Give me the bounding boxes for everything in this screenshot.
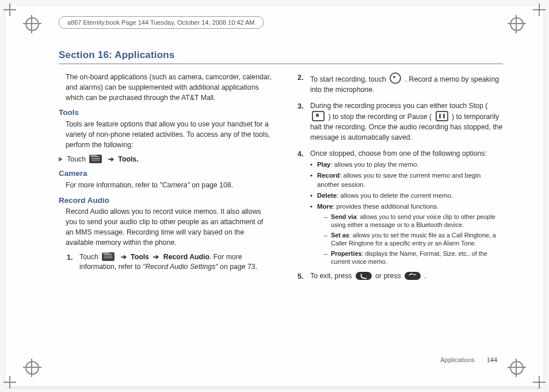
step1-record: Record Audio bbox=[163, 253, 209, 261]
body-columns: The on-board applications (such as camer… bbox=[59, 72, 503, 346]
tools-path: Touch Menu ➔ Tools. bbox=[59, 155, 272, 165]
crop-mark bbox=[533, 376, 546, 389]
opt-play-label: Play bbox=[317, 161, 330, 168]
step1-ref: "Record Audio Settings" bbox=[143, 263, 218, 271]
pause-button-icon bbox=[436, 111, 448, 121]
opt-delete-desc: : allows you to delete the current memo. bbox=[337, 192, 453, 199]
registration-mark bbox=[510, 361, 524, 375]
stop-button-icon bbox=[312, 111, 325, 121]
arrow-icon: ➔ bbox=[121, 253, 127, 261]
tools-target: Tools. bbox=[118, 155, 138, 163]
step4-lead: Once stopped, choose from one of the fol… bbox=[310, 149, 487, 157]
page-footer: Applications 144 bbox=[440, 356, 497, 363]
heading-camera: Camera bbox=[59, 168, 272, 179]
step-number: 2. bbox=[298, 72, 303, 83]
subopt-sendvia: Send via: allows you to send your voice … bbox=[324, 213, 503, 229]
opt-delete-label: Delete bbox=[317, 192, 337, 199]
more-subopts: Send via: allows you to send your voice … bbox=[324, 213, 503, 266]
step-3: 3. During the recording process you can … bbox=[298, 101, 503, 143]
running-header: a867 Eternity.book Page 144 Tuesday, Oct… bbox=[59, 16, 264, 29]
section-title: Section 16: Applications bbox=[59, 49, 175, 61]
opt-record-desc: : allows you to save the current memo an… bbox=[317, 172, 481, 187]
step-2: 2. To start recording, touch . Record a … bbox=[298, 72, 503, 95]
record-body: Record Audio allows you to record voice … bbox=[66, 207, 272, 248]
intro-paragraph: The on-board applications (such as camer… bbox=[66, 72, 272, 103]
step3-mid: ) to stop the recording or Pause ( bbox=[328, 113, 433, 121]
opt-play-desc: : allows you to play the memo. bbox=[330, 161, 418, 168]
registration-mark bbox=[510, 17, 524, 31]
step1-tools: Tools bbox=[131, 253, 149, 261]
page-number: 144 bbox=[487, 356, 497, 363]
subopt-setas-label: Set as bbox=[331, 232, 349, 239]
subopt-properties-label: Properties bbox=[331, 250, 361, 257]
footer-section: Applications bbox=[440, 356, 474, 363]
step-number: 4. bbox=[298, 149, 303, 159]
registration-mark bbox=[25, 361, 39, 375]
tools-body: Tools are feature options that allow you… bbox=[66, 120, 272, 150]
arrow-icon: ➔ bbox=[153, 253, 159, 261]
crop-mark bbox=[3, 376, 16, 389]
opt-more-desc: : provides these additional functions. bbox=[333, 203, 439, 210]
touch-label: Touch bbox=[67, 155, 86, 163]
end-key-icon bbox=[405, 272, 421, 280]
subopt-properties: Properties: displays the Name, Format, S… bbox=[324, 249, 503, 266]
opt-delete: Delete: allows you to delete the current… bbox=[310, 191, 503, 200]
camera-pre: For more information, refer to bbox=[66, 181, 159, 189]
step1-pre: Touch bbox=[79, 253, 100, 261]
subopt-setas: Set as: allows you to set the music file… bbox=[324, 231, 503, 247]
camera-ref: "Camera" bbox=[159, 181, 189, 189]
crop-mark bbox=[533, 3, 546, 16]
heading-tools: Tools bbox=[59, 107, 272, 118]
step-number: 1. bbox=[67, 252, 73, 263]
step3-pre: During the recording process you can eit… bbox=[310, 102, 487, 110]
step5-mid: or press bbox=[375, 272, 403, 280]
back-key-icon bbox=[356, 272, 372, 280]
camera-post: on page 108. bbox=[190, 181, 233, 189]
step-1: 1. Touch Menu ➔ Tools ➔ Record Audio. Fo… bbox=[67, 252, 272, 273]
menu-icon: Menu bbox=[89, 155, 102, 163]
registration-mark bbox=[25, 17, 39, 31]
opt-more: More: provides these additional function… bbox=[310, 202, 503, 266]
opt-record: Record: allows you to save the current m… bbox=[310, 171, 503, 189]
step4-options: Play: allows you to play the memo. Recor… bbox=[310, 160, 503, 266]
step-number: 5. bbox=[298, 271, 303, 282]
step5-pre: To exit, press bbox=[310, 272, 354, 280]
menu-icon: Menu bbox=[102, 252, 115, 261]
step5-post: . bbox=[425, 272, 426, 280]
opt-record-label: Record bbox=[317, 172, 340, 179]
step-5: 5. To exit, press or press . bbox=[298, 271, 503, 282]
step-4: 4. Once stopped, choose from one of the … bbox=[298, 149, 503, 266]
arrow-icon: ➔ bbox=[108, 155, 114, 163]
step-number: 3. bbox=[298, 101, 303, 112]
step2-pre: To start recording, touch bbox=[310, 75, 388, 83]
opt-play: Play: allows you to play the memo. bbox=[310, 160, 503, 169]
step1-post2: on page 73. bbox=[218, 263, 257, 271]
page-sheet: a867 Eternity.book Page 144 Tuesday, Oct… bbox=[6, 6, 543, 386]
subopt-sendvia-label: Send via bbox=[331, 213, 356, 220]
title-rule bbox=[59, 63, 503, 64]
triangle-bullet-icon bbox=[59, 157, 63, 162]
record-button-icon bbox=[390, 72, 401, 84]
crop-mark bbox=[3, 3, 16, 16]
heading-record-audio: Record Audio bbox=[59, 195, 272, 206]
opt-more-label: More bbox=[317, 203, 333, 210]
subopt-setas-desc: : allows you to set the music file as a … bbox=[331, 232, 496, 247]
camera-body: For more information, refer to "Camera" … bbox=[66, 180, 272, 191]
